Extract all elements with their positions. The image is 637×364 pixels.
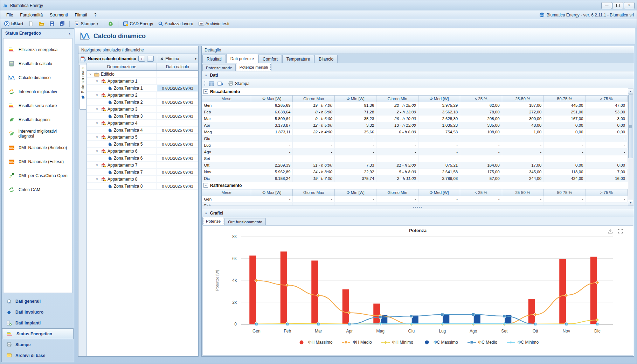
sidebar-item-archivi-di-base[interactable]: Archivi di base — [2, 350, 74, 361]
column-header-mese[interactable]: Mese — [202, 96, 251, 102]
raffrescamento-group[interactable]: − Raffrescamento — [202, 182, 628, 189]
navigator-dropdown-icon[interactable]: ▾ — [195, 57, 196, 61]
tree-expander-icon[interactable]: ∨ — [95, 107, 99, 111]
table-row-lug[interactable]: Lug--------- — [202, 142, 628, 149]
tree-row-appartamento-5[interactable]: ∨Appartamento 5 — [87, 134, 198, 141]
column-header-max-w[interactable]: Φ Max [W] — [251, 189, 293, 196]
delete-button[interactable]: Elimina — [165, 56, 179, 61]
table-row-giu[interactable]: Giu--------- — [202, 135, 628, 142]
tab-comfort[interactable]: Comfort — [258, 55, 282, 63]
sidebar-item-stampe[interactable]: Stampe — [2, 339, 74, 350]
bstart-button[interactable]: bStart — [2, 20, 25, 27]
tree-expander-icon[interactable]: ∨ — [95, 79, 99, 83]
menu-item-[interactable]: ? — [91, 12, 100, 18]
chart-tab-potenze[interactable]: Potenze — [202, 217, 224, 225]
column-header-min-w[interactable]: Φ Min [W] — [334, 96, 376, 102]
column-header-25-50[interactable]: 25-50 % — [502, 96, 543, 102]
table-row-dic[interactable]: Dic6.158,2419 - h 7:00375,742 - h 11:003… — [202, 175, 628, 182]
tree-expander-icon[interactable]: ∨ — [95, 93, 99, 97]
column-header-denominazione[interactable]: Denominazione — [87, 63, 157, 70]
sidebar-item-calcolo-dinamico[interactable]: Calcolo dinamico — [4, 71, 72, 85]
tree-row-zona-termica-8[interactable]: Zona Termica 807/01/2025 09:43 — [87, 183, 198, 190]
table-row-feb[interactable]: Feb6.638,648 - h 6:0071,282 - h 13:003.5… — [202, 109, 628, 115]
column-header-med-w[interactable]: Φ Med [W] — [418, 189, 460, 196]
grafici-section-header[interactable]: ∧ Grafici — [202, 209, 634, 217]
table-row-ago[interactable]: Ago--------- — [202, 149, 628, 155]
menu-item-funzionalit[interactable]: Funzionalità — [17, 12, 46, 18]
sidebar-item-risultati-serra-solare[interactable]: Risultati serra solare — [4, 99, 72, 113]
tab-potenza-reale[interactable]: Potenza reale — [79, 65, 86, 110]
scroll-up-icon[interactable]: ▲ — [628, 89, 633, 94]
legend-item-h-massimo[interactable]: ΦH Massimo — [297, 340, 333, 345]
column-header-75[interactable]: > 75 % — [586, 96, 628, 102]
sidebar-item-interventi-migliorativi-diagnosi[interactable]: Interventi migliorativi diagnosi — [4, 127, 72, 141]
tab-risultati[interactable]: Risultati — [202, 55, 226, 63]
sidebar-item-criteri-cam[interactable]: Criteri CAM — [4, 183, 72, 197]
collapse-all-button[interactable]: − — [147, 56, 154, 62]
export-table-icon[interactable] — [217, 81, 223, 86]
tree-row-edificio[interactable]: ∨Edificio — [87, 71, 198, 78]
minimize-button[interactable]: — — [601, 2, 612, 9]
column-header-25[interactable]: < 25 % — [460, 189, 502, 196]
tree-expander-icon[interactable]: ∨ — [95, 149, 99, 153]
tab-bilancio[interactable]: Bilancio — [314, 55, 338, 63]
sidebar-item-dati-involucro[interactable]: Dati Involucro — [2, 307, 74, 317]
tree-row-appartamento-4[interactable]: ∨Appartamento 4 — [87, 120, 198, 127]
tab-dati-potenze[interactable]: Dati potenze — [226, 54, 258, 63]
save-all-icon[interactable] — [58, 21, 66, 27]
scroll-down-icon[interactable]: ▼ — [628, 200, 633, 205]
column-header-min-w[interactable]: Φ Min [W] — [334, 189, 376, 196]
tree-expander-icon[interactable]: ∨ — [88, 72, 92, 76]
legend-item-h-minimo[interactable]: ΦH Minimo — [381, 340, 413, 345]
sidebar-item-xml-nazionale-esteso[interactable]: XMLXML Nazionale (Esteso) — [4, 155, 72, 169]
column-header-50-75[interactable]: 50-75 % — [544, 96, 586, 102]
column-header-mese[interactable]: Mese — [202, 189, 251, 196]
scrollbar-thumb[interactable] — [628, 94, 633, 158]
sidebar-item-dati-impianti[interactable]: Dati Impianti — [2, 317, 74, 328]
open-folder-icon[interactable] — [37, 21, 46, 27]
tab-temperature[interactable]: Temperature — [282, 55, 314, 63]
menu-item-file[interactable]: File — [3, 12, 16, 18]
cad-energy-button[interactable]: CAD Energy — [122, 21, 155, 27]
analizza-lavoro-button[interactable]: Analizza lavoro — [157, 21, 194, 27]
tree-row-appartamento-3[interactable]: ∨Appartamento 3 — [87, 106, 198, 113]
column-header-med-w[interactable]: Φ Med [W] — [418, 96, 460, 102]
tree-expander-icon[interactable]: ∨ — [95, 135, 99, 139]
save-icon[interactable] — [48, 21, 56, 27]
panel-splitter[interactable]: ••••• — [202, 205, 634, 209]
collapse-sidebar-icon[interactable]: ‹ — [69, 31, 70, 36]
tree-row-appartamento-2[interactable]: ∨Appartamento 2 — [87, 92, 198, 99]
tree-row-zona-termica-3[interactable]: Zona Termica 307/01/2025 09:43 — [87, 113, 198, 120]
tree-row-zona-termica-7[interactable]: Zona Termica 707/01/2025 09:43 — [87, 169, 198, 176]
expand-all-button[interactable]: + — [138, 56, 145, 62]
tree-row-appartamento-1[interactable]: ∨Appartamento 1 — [87, 78, 198, 85]
legend-item-c-massimo[interactable]: ΦC Massimo — [422, 340, 458, 345]
stampe-button[interactable]: W Stampe ▾ — [73, 21, 100, 27]
sidebar-item-risultati-diagnosi[interactable]: Risultati diagnosi — [4, 113, 72, 127]
table-row-ott[interactable]: Ott2.269,3931 - h 6:007,3321 - h 3:00875… — [202, 162, 628, 169]
dati-section-header[interactable]: ∧ Dati — [202, 71, 634, 79]
sidebar-item-risultati-di-calcolo[interactable]: Risultati di calcolo — [4, 57, 72, 71]
archivio-testi-button[interactable]: ab Archivio testi — [197, 21, 231, 27]
riscaldamento-group[interactable]: − Riscaldamento — [202, 88, 628, 95]
new-calc-button[interactable]: Nuovo calcolo dinamico — [88, 56, 136, 61]
table-view-icon[interactable] — [209, 81, 214, 86]
column-header-25[interactable]: < 25 % — [460, 96, 502, 102]
tree-row-zona-termica-6[interactable]: Zona Termica 607/01/2025 09:43 — [87, 155, 198, 162]
tree-row-appartamento-6[interactable]: ∨Appartamento 6 — [87, 148, 198, 155]
table-row-feb[interactable]: Feb--------- — [202, 203, 628, 206]
tree-expander-icon[interactable]: ∨ — [95, 177, 99, 181]
sidebar-item-efficienza-energetica[interactable]: Efficienza energetica — [4, 43, 72, 57]
column-header-25-50[interactable]: 25-50 % — [502, 189, 543, 196]
drag-grip-icon[interactable] — [204, 81, 206, 86]
tree-row-zona-termica-2[interactable]: Zona Termica 207/01/2025 09:43 — [87, 99, 198, 106]
tree-expander-icon[interactable]: ∨ — [95, 121, 99, 125]
table-row-set[interactable]: Set--------- — [202, 155, 628, 162]
chart-tab-ore-funzionamento[interactable]: Ore funzionamento — [224, 218, 266, 225]
table-row-apr[interactable]: Apr3.178,8712 - h 5:003,3213 - h 13:001.… — [202, 122, 628, 129]
column-header-75[interactable]: > 75 % — [586, 189, 628, 196]
sidebar-item-interventi-migliorativi[interactable]: Interventi migliorativi — [4, 85, 72, 99]
table-row-gen[interactable]: Gen--------- — [202, 196, 628, 203]
sidebar-item-status-energetico[interactable]: Status Energetico — [2, 328, 74, 339]
settings-gear-icon[interactable] — [106, 21, 115, 27]
